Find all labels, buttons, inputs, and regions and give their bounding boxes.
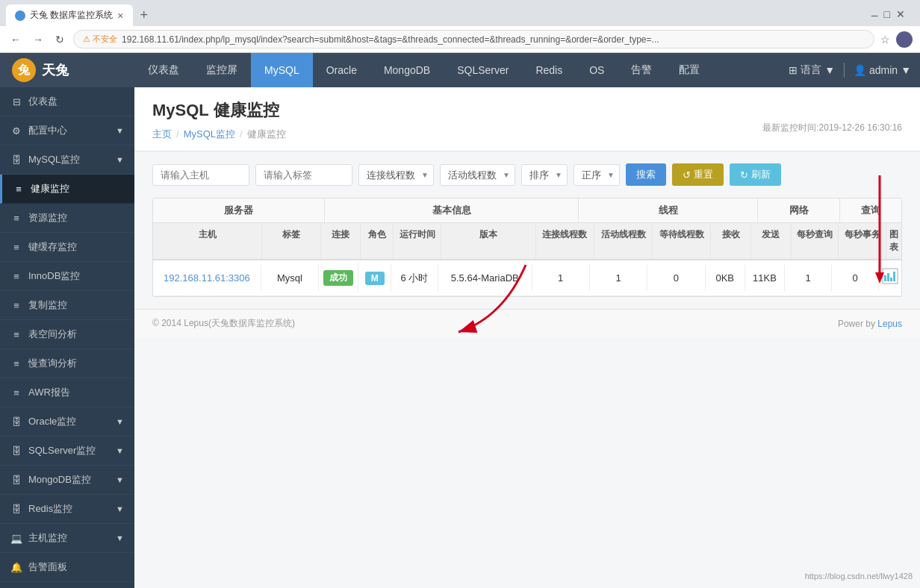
sidebar-label-alarm: 告警面板 <box>28 560 67 574</box>
cell-tps: 0 <box>832 265 879 291</box>
conn-threads-select[interactable]: 连接线程数 活动线程数 等待线程数 <box>358 164 434 186</box>
profile-button[interactable] <box>896 31 913 48</box>
reset-button[interactable]: ↺ 重置 <box>672 163 724 186</box>
cell-send: 11KB <box>745 265 785 291</box>
nav-redis[interactable]: Redis <box>522 53 576 87</box>
sqlserver-icon: 🗄 <box>10 445 22 457</box>
sidebar-item-health[interactable]: ≡ 健康监控 <box>0 175 134 204</box>
browser-tab[interactable]: 天兔 数据库监控系统 × <box>6 4 133 26</box>
order-select[interactable]: 排序 <box>521 164 568 186</box>
mysql-chevron: ▼ <box>116 155 124 164</box>
nav-oracle[interactable]: Oracle <box>313 53 370 87</box>
sidebar-item-tablespace[interactable]: ≡ 表空间分析 <box>0 320 134 349</box>
cell-host[interactable]: 192.168.11.61:3306 <box>153 265 261 291</box>
user-icon: 👤 <box>854 64 866 76</box>
cell-qps: 1 <box>785 265 832 291</box>
sidebar-item-replication[interactable]: ≡ 复制监控 <box>0 291 134 320</box>
forward-button[interactable]: → <box>30 32 46 47</box>
reset-icon: ↺ <box>683 169 691 181</box>
active-threads-select[interactable]: 活动线程数 连接线程数 <box>440 164 515 186</box>
cell-chart[interactable] <box>879 260 901 295</box>
bookmark-button[interactable]: ☆ <box>880 34 890 46</box>
sidebar-item-mysql[interactable]: 🗄 MySQL监控 ▼ <box>0 146 134 175</box>
replication-icon: ≡ <box>10 299 22 311</box>
sidebar-item-cache[interactable]: ≡ 键缓存监控 <box>0 233 134 262</box>
refresh-button[interactable]: ↻ 刷新 <box>730 163 781 186</box>
host-icon: 💻 <box>10 532 22 544</box>
sidebar-label-redis: Redis监控 <box>28 502 72 516</box>
col-active-threads: 活动线程数 <box>594 223 653 259</box>
breadcrumb-current: 健康监控 <box>247 128 286 141</box>
mongodb-chevron: ▼ <box>116 475 124 484</box>
sidebar: ⊟ 仪表盘 ⚙ 配置中心 ▼ 🗄 MySQL监控 ▼ ≡ 健康监控 ≡ 资源监控… <box>0 87 134 588</box>
group-query: 查询 <box>840 198 901 222</box>
cell-conn-threads: 1 <box>532 265 590 291</box>
sidebar-item-userperms[interactable]: 👥 用户权限 ▼ <box>0 582 134 588</box>
sidebar-item-dashboard[interactable]: ⊟ 仪表盘 <box>0 87 134 116</box>
col-version: 版本 <box>441 223 536 259</box>
back-button[interactable]: ← <box>7 32 24 47</box>
nav-monitor-screen[interactable]: 监控屏 <box>193 53 251 87</box>
breadcrumb-home[interactable]: 主页 <box>152 128 172 141</box>
group-network: 网络 <box>758 198 840 222</box>
sidebar-item-sqlserver[interactable]: 🗄 SQLServer监控 ▼ <box>0 437 134 466</box>
search-button[interactable]: 搜索 <box>626 163 666 186</box>
url-bar[interactable]: ⚠ 不安全 192.168.11.61/index.php/lp_mysql/i… <box>73 30 874 49</box>
nav-alarm[interactable]: 告警 <box>618 53 665 87</box>
sidebar-item-config[interactable]: ⚙ 配置中心 ▼ <box>0 116 134 146</box>
cell-recv: 0KB <box>706 265 745 291</box>
nav-os[interactable]: OS <box>576 53 618 87</box>
sidebar-label-health: 健康监控 <box>31 182 69 196</box>
refresh-icon: ↻ <box>740 169 748 181</box>
monitor-timestamp: 最新监控时间:2019-12-26 16:30:16 <box>762 122 902 134</box>
nav-right: ⊞ 语言 ▼ 👤 admin ▼ <box>789 63 920 78</box>
dashboard-icon: ⊟ <box>10 96 22 107</box>
host-search-input[interactable] <box>152 164 249 186</box>
page-title: MySQL 健康监控 <box>152 99 902 122</box>
nav-config[interactable]: 配置 <box>665 53 713 87</box>
order-dir-select[interactable]: 正序 倒序 <box>574 164 620 186</box>
maximize-button[interactable]: □ <box>884 8 890 22</box>
admin-button[interactable]: 👤 admin ▼ <box>854 64 911 76</box>
chart-icon <box>882 268 898 284</box>
sidebar-item-mongodb[interactable]: 🗄 MongoDB监控 ▼ <box>0 466 134 495</box>
close-window-button[interactable]: ✕ <box>896 8 905 22</box>
innodb-icon: ≡ <box>10 270 22 282</box>
sidebar-item-oracle[interactable]: 🗄 Oracle监控 ▼ <box>0 407 134 437</box>
minimize-button[interactable]: ‒ <box>871 8 878 22</box>
lepus-link[interactable]: Lepus <box>877 319 902 329</box>
breadcrumb: 主页 / MySQL监控 / 健康监控 <box>152 128 286 141</box>
sidebar-label-tablespace: 表空间分析 <box>28 328 77 341</box>
sidebar-label-mysql: MySQL监控 <box>28 153 80 166</box>
logo-text: 天兔 <box>42 61 69 79</box>
new-tab-button[interactable]: + <box>136 6 153 25</box>
sidebar-item-awr[interactable]: ≡ AWR报告 <box>0 378 134 407</box>
breadcrumb-mysql[interactable]: MySQL监控 <box>184 128 235 141</box>
nav-mysql[interactable]: MySQL <box>251 53 313 87</box>
sidebar-item-redis[interactable]: 🗄 Redis监控 ▼ <box>0 495 134 524</box>
col-role: 角色 <box>361 223 394 259</box>
svg-rect-6 <box>890 278 892 281</box>
breadcrumb-sep-1: / <box>176 128 179 140</box>
sqlserver-chevron: ▼ <box>116 446 124 455</box>
tag-search-input[interactable] <box>255 164 352 186</box>
role-badge: M <box>365 272 385 285</box>
col-recv: 接收 <box>711 223 751 259</box>
oracle-icon: 🗄 <box>10 416 22 428</box>
url-text: 192.168.11.61/index.php/lp_mysql/index?s… <box>122 34 659 45</box>
sidebar-item-host[interactable]: 💻 主机监控 ▼ <box>0 524 134 553</box>
sidebar-item-innodb[interactable]: ≡ InnoDB监控 <box>0 262 134 291</box>
reload-button[interactable]: ↻ <box>52 32 67 47</box>
sidebar-item-alarm[interactable]: 🔔 告警面板 <box>0 553 134 582</box>
sidebar-label-resource: 资源监控 <box>28 211 67 225</box>
nav-dashboard[interactable]: 仪表盘 <box>134 53 193 87</box>
nav-mongodb[interactable]: MongoDB <box>370 53 444 87</box>
copyright: © 2014 Lepus(天兔数据库监控系统) <box>152 317 295 330</box>
sidebar-item-resource[interactable]: ≡ 资源监控 <box>0 204 134 233</box>
col-send: 发送 <box>751 223 792 259</box>
nav-sqlserver[interactable]: SQLServer <box>444 53 522 87</box>
conn-threads-select-wrapper: 连接线程数 活动线程数 等待线程数 ▼ <box>358 164 434 186</box>
sidebar-item-slowquery[interactable]: ≡ 慢查询分析 <box>0 349 134 378</box>
language-button[interactable]: ⊞ 语言 ▼ <box>789 63 835 77</box>
tab-close-button[interactable]: × <box>117 10 123 22</box>
